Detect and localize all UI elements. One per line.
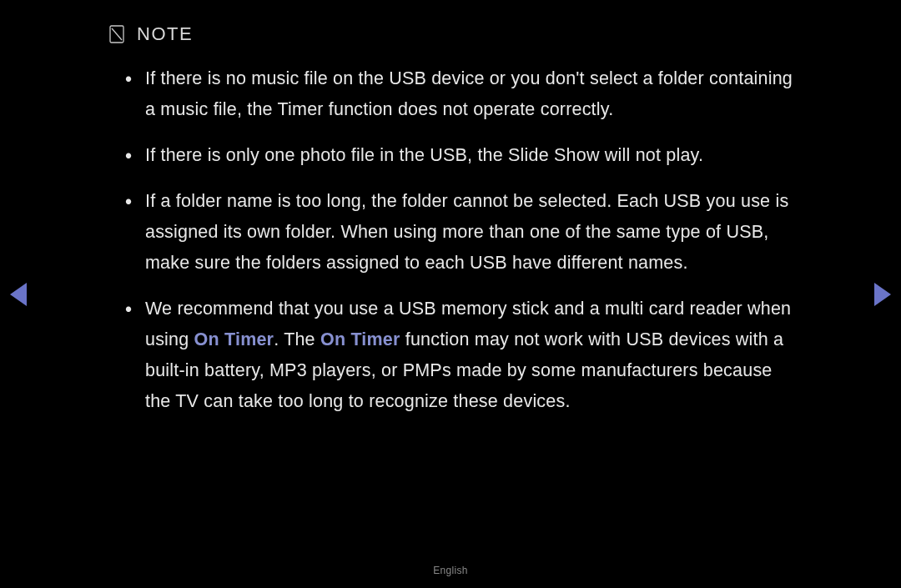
svg-line-1 bbox=[112, 28, 122, 40]
footer-language: English bbox=[433, 565, 467, 576]
highlight-text: On Timer bbox=[194, 329, 274, 349]
note-content: NOTE If there is no music file on the US… bbox=[0, 0, 901, 417]
list-item: If there is no music file on the USB dev… bbox=[145, 63, 793, 125]
highlight-text: On Timer bbox=[320, 329, 400, 349]
note-title: NOTE bbox=[137, 23, 193, 45]
body-text: . The bbox=[274, 329, 320, 349]
nav-left-arrow[interactable] bbox=[10, 283, 27, 306]
list-item: If there is only one photo file in the U… bbox=[145, 140, 793, 171]
list-item: If a folder name is too long, the folder… bbox=[145, 186, 793, 279]
note-header: NOTE bbox=[108, 23, 793, 45]
body-text: If there is only one photo file in the U… bbox=[145, 145, 703, 165]
body-text: If a folder name is too long, the folder… bbox=[145, 191, 788, 273]
nav-right-arrow[interactable] bbox=[874, 283, 891, 306]
bullet-list: If there is no music file on the USB dev… bbox=[108, 63, 793, 417]
body-text: If there is no music file on the USB dev… bbox=[145, 68, 793, 119]
list-item: We recommend that you use a USB memory s… bbox=[145, 294, 793, 417]
note-icon bbox=[108, 25, 125, 43]
